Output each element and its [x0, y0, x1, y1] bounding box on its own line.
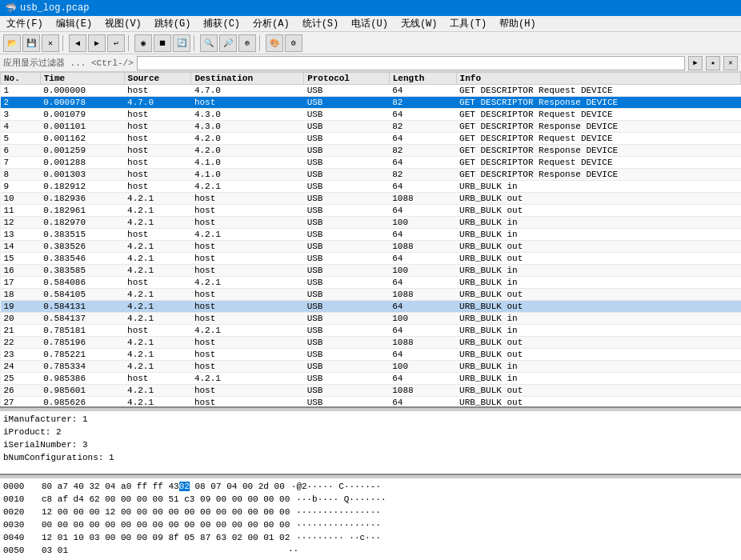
- detail-line: bNumConfigurations: 1: [3, 451, 738, 464]
- table-cell: 64: [389, 373, 456, 385]
- menu-item[interactable]: 电话(U): [345, 15, 395, 32]
- table-cell: 24: [1, 361, 41, 373]
- record-btn[interactable]: ◉: [134, 34, 152, 52]
- table-cell: host: [191, 265, 304, 277]
- table-cell: 15: [1, 253, 41, 265]
- menu-item[interactable]: 视图(V): [98, 15, 148, 32]
- close-btn[interactable]: ✕: [42, 34, 59, 52]
- table-row[interactable]: 90.182912host4.2.1USB64URB_BULK in: [1, 181, 741, 193]
- table-cell: URB_BULK out: [456, 205, 740, 217]
- table-cell: GET DESCRIPTOR Response DEVICE: [456, 121, 740, 133]
- col-time[interactable]: Time: [40, 73, 124, 85]
- table-row[interactable]: 220.7851964.2.1hostUSB1088URB_BULK out: [1, 337, 741, 349]
- col-info[interactable]: Info: [456, 73, 740, 85]
- table-row[interactable]: 110.1829614.2.1hostUSB64URB_BULK out: [1, 205, 741, 217]
- table-row[interactable]: 70.001288host4.1.0USB64GET DESCRIPTOR Re…: [1, 157, 741, 169]
- menu-item[interactable]: 捕获(C): [197, 15, 246, 32]
- hex-bytes: 00 00 00 00 00 00 00 00 00 00 00 00 00 0…: [42, 518, 290, 531]
- col-protocol[interactable]: Protocol: [304, 73, 390, 85]
- table-row[interactable]: 140.3835264.2.1hostUSB1088URB_BULK out: [1, 241, 741, 253]
- table-row[interactable]: 210.785181host4.2.1USB64URB_BULK in: [1, 325, 741, 337]
- table-row[interactable]: 130.383515host4.2.1USB64URB_BULK in: [1, 229, 741, 241]
- table-row[interactable]: 60.001259host4.2.0USB82GET DESCRIPTOR Re…: [1, 145, 741, 157]
- table-cell: 64: [389, 181, 456, 193]
- menu-item[interactable]: 工具(T): [443, 15, 493, 32]
- table-row[interactable]: 270.9856264.2.1hostUSB64URB_BULK out: [1, 397, 741, 409]
- col-destination[interactable]: Destination: [191, 73, 304, 85]
- menu-item[interactable]: 帮助(H): [493, 15, 543, 32]
- table-cell: URB_BULK in: [456, 361, 740, 373]
- table-row[interactable]: 260.9856014.2.1hostUSB1088URB_BULK out: [1, 385, 741, 397]
- table-cell: 0.785334: [40, 361, 124, 373]
- table-cell: 4.1.0: [191, 169, 304, 181]
- hex-offset: 0040: [3, 531, 35, 544]
- table-row[interactable]: 200.5841374.2.1hostUSB100URB_BULK in: [1, 313, 741, 325]
- stop-btn[interactable]: ⏹: [154, 34, 171, 52]
- table-row[interactable]: 50.001162host4.2.0USB64GET DESCRIPTOR Re…: [1, 133, 741, 145]
- col-no[interactable]: No.: [1, 73, 41, 85]
- col-length[interactable]: Length: [389, 73, 456, 85]
- prefs-btn[interactable]: ⚙: [285, 34, 302, 52]
- table-cell: 0.785196: [40, 337, 124, 349]
- hex-offset: 0010: [3, 493, 35, 506]
- zoom-out-btn[interactable]: 🔎: [219, 34, 237, 52]
- hex-row: 000080 a7 40 32 04 a0 ff ff 4302 08 07 0…: [3, 480, 738, 493]
- go-to-btn[interactable]: ↩: [107, 34, 125, 52]
- filter-clear-btn[interactable]: ✕: [723, 56, 738, 70]
- table-row[interactable]: 160.3835854.2.1hostUSB100URB_BULK in: [1, 265, 741, 277]
- col-source[interactable]: Source: [124, 73, 191, 85]
- table-row[interactable]: 120.1829704.2.1hostUSB100URB_BULK in: [1, 217, 741, 229]
- menu-item[interactable]: 分析(A): [246, 15, 296, 32]
- table-row[interactable]: 30.001079host4.3.0USB64GET DESCRIPTOR Re…: [1, 109, 741, 121]
- fwd-btn[interactable]: ▶: [88, 34, 106, 52]
- hex-offset: 0020: [3, 506, 35, 518]
- menu-item[interactable]: 跳转(G): [148, 15, 198, 32]
- restart-btn[interactable]: 🔄: [173, 34, 190, 52]
- open-btn[interactable]: 📂: [3, 34, 21, 52]
- filter-input[interactable]: [137, 56, 685, 70]
- filter-apply-btn[interactable]: ▶: [688, 56, 703, 70]
- table-cell: 0.584105: [40, 289, 124, 301]
- back-btn[interactable]: ◀: [69, 34, 86, 52]
- colorize-btn[interactable]: 🎨: [266, 34, 283, 52]
- zoom-reset-btn[interactable]: ⊕: [238, 34, 256, 52]
- table-row[interactable]: 100.1829364.2.1hostUSB1088URB_BULK out: [1, 193, 741, 205]
- table-row[interactable]: 150.3835464.2.1hostUSB64URB_BULK out: [1, 253, 741, 265]
- filter-bookmark-btn[interactable]: ★: [706, 56, 720, 70]
- table-cell: host: [124, 145, 191, 157]
- table-row[interactable]: 250.985386host4.2.1USB64URB_BULK in: [1, 373, 741, 385]
- table-cell: 4: [1, 121, 41, 133]
- hex-ascii: ················: [296, 506, 381, 518]
- menu-item[interactable]: 文件(F): [0, 15, 50, 32]
- table-cell: host: [124, 277, 191, 289]
- table-cell: 64: [389, 133, 456, 145]
- table-row[interactable]: 240.7853344.2.1hostUSB100URB_BULK in: [1, 361, 741, 373]
- menu-item[interactable]: 统计(S): [296, 15, 346, 32]
- table-row[interactable]: 80.001303host4.1.0USB82GET DESCRIPTOR Re…: [1, 169, 741, 181]
- table-cell: USB: [304, 241, 390, 253]
- table-row[interactable]: 190.5841314.2.1hostUSB64URB_BULK out: [1, 301, 741, 313]
- table-cell: host: [124, 157, 191, 169]
- table-cell: host: [124, 121, 191, 133]
- packet-list-container[interactable]: No. Time Source Destination Protocol Len…: [0, 72, 741, 408]
- menu-item[interactable]: 编辑(E): [50, 15, 99, 32]
- table-cell: URB_BULK out: [456, 253, 740, 265]
- table-row[interactable]: 230.7852214.2.1hostUSB64URB_BULK out: [1, 349, 741, 361]
- table-cell: 1088: [389, 193, 456, 205]
- title-text: usb_log.pcap: [20, 2, 89, 14]
- menu-item[interactable]: 无线(W): [395, 15, 444, 32]
- table-row[interactable]: 170.584086host4.2.1USB64URB_BULK in: [1, 277, 741, 289]
- zoom-in-btn[interactable]: 🔍: [200, 34, 218, 52]
- table-cell: 4.2.1: [124, 361, 191, 373]
- table-row[interactable]: 10.000000host4.7.0USB64GET DESCRIPTOR Re…: [1, 85, 741, 97]
- table-cell: 0.584131: [40, 301, 124, 313]
- save-btn[interactable]: 💾: [22, 34, 40, 52]
- table-row[interactable]: 40.001101host4.3.0USB82GET DESCRIPTOR Re…: [1, 121, 741, 133]
- hex-offset: 0030: [3, 518, 35, 531]
- detail-panel: iManufacturer: 1iProduct: 2iSerialNumber…: [0, 411, 741, 475]
- table-cell: host: [124, 109, 191, 121]
- table-row[interactable]: 180.5841054.2.1hostUSB1088URB_BULK out: [1, 289, 741, 301]
- table-cell: URB_BULK out: [456, 301, 740, 313]
- hex-row: 004012 01 10 03 00 00 00 09 8f 05 87 63 …: [3, 531, 738, 544]
- table-row[interactable]: 20.0009784.7.0hostUSB82GET DESCRIPTOR Re…: [1, 97, 741, 109]
